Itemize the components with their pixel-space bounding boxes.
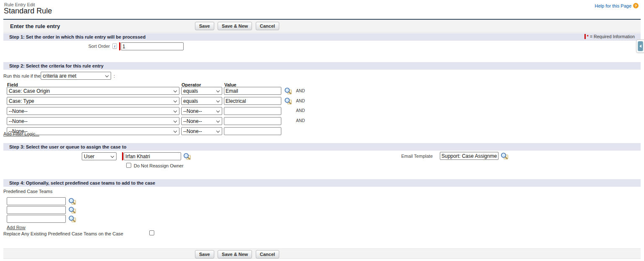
section-title: Enter the rule entry bbox=[10, 23, 60, 29]
criteria-field-value-3: --None-- bbox=[9, 108, 28, 114]
required-information-legend: * = Required Information bbox=[584, 34, 635, 39]
step1-title: Step 1: Set the order in which this rule… bbox=[9, 34, 145, 39]
chevron-down-icon bbox=[174, 129, 177, 133]
case-team-input-2[interactable] bbox=[7, 206, 66, 214]
lookup-icon[interactable] bbox=[68, 198, 76, 205]
criteria-field-value-2: Case: Type bbox=[9, 98, 34, 104]
criteria-operator-value-2: equals bbox=[183, 98, 198, 104]
chevron-down-icon bbox=[216, 119, 220, 123]
criteria-value-input-4[interactable] bbox=[224, 117, 281, 125]
step2-header: Step 2: Select the criteria for this rul… bbox=[3, 62, 641, 70]
criteria-value-input-5[interactable] bbox=[224, 127, 281, 135]
chevron-down-icon bbox=[174, 119, 177, 123]
criteria-operator-select-3[interactable]: --None-- bbox=[181, 107, 222, 115]
lookup-icon[interactable] bbox=[68, 206, 76, 214]
add-filter-logic-link[interactable]: Add Filter Logic... bbox=[3, 131, 39, 136]
run-rule-colon: : bbox=[114, 73, 115, 78]
required-bar-icon bbox=[584, 34, 586, 39]
and-label-3: AND bbox=[296, 108, 305, 113]
lookup-icon[interactable] bbox=[284, 97, 292, 104]
do-not-reassign-label: Do Not Reassign Owner bbox=[134, 163, 184, 168]
criteria-field-value-4: --None-- bbox=[9, 118, 28, 124]
email-template-label: Email Template bbox=[396, 154, 433, 159]
criteria-field-select-2[interactable]: Case: Type bbox=[7, 97, 179, 105]
lookup-icon[interactable] bbox=[183, 153, 191, 160]
chevron-left-icon bbox=[639, 44, 641, 48]
sidebar-collapse-tab bbox=[636, 39, 644, 53]
chevron-down-icon bbox=[216, 129, 220, 133]
step1-header: Step 1: Set the order in which this rule… bbox=[3, 33, 641, 41]
lookup-icon[interactable] bbox=[501, 152, 508, 159]
criteria-operator-value-3: --None-- bbox=[183, 108, 202, 114]
predefined-case-teams-label: Predefined Case Teams bbox=[3, 189, 52, 194]
sort-order-input[interactable] bbox=[121, 42, 184, 50]
help-for-this-page[interactable]: Help for this Page bbox=[595, 3, 639, 8]
cancel-button[interactable]: Cancel bbox=[256, 22, 279, 30]
criteria-value-input-2[interactable] bbox=[224, 97, 281, 105]
and-label-4: AND bbox=[296, 118, 305, 123]
lookup-icon[interactable] bbox=[284, 87, 292, 94]
bottom-button-group: Save Save & New Cancel bbox=[195, 250, 281, 258]
and-label-1: AND bbox=[296, 89, 305, 93]
step3-title: Step 3: Select the user or queue to assi… bbox=[9, 144, 126, 149]
criteria-operator-value-5: --None-- bbox=[183, 128, 202, 134]
step3-header: Step 3: Select the user or queue to assi… bbox=[3, 143, 641, 151]
replace-teams-label: Replace Any Existing Predefined Case Tea… bbox=[3, 231, 123, 236]
add-row-link[interactable]: Add Row bbox=[7, 225, 26, 230]
step2-title: Step 2: Select the criteria for this rul… bbox=[9, 63, 104, 68]
criteria-field-value-1: Case: Case Origin bbox=[9, 88, 50, 94]
assignee-type-select[interactable]: User bbox=[82, 152, 117, 160]
required-legend-text: = Required Information bbox=[590, 34, 635, 39]
page-title: Standard Rule bbox=[4, 7, 52, 16]
sort-order-label: Sort Order bbox=[50, 44, 110, 49]
save-button-bottom[interactable]: Save bbox=[195, 250, 214, 258]
chevron-down-icon bbox=[174, 89, 177, 92]
assignee-type-value: User bbox=[84, 154, 94, 159]
lookup-icon[interactable] bbox=[68, 215, 76, 222]
chevron-down-icon bbox=[174, 109, 177, 112]
replace-teams-checkbox[interactable] bbox=[149, 230, 154, 235]
sort-order-required-bar bbox=[119, 42, 120, 50]
case-team-input-3[interactable] bbox=[7, 215, 66, 223]
criteria-operator-value-4: --None-- bbox=[183, 118, 202, 124]
email-template-input[interactable] bbox=[440, 152, 499, 160]
chevron-down-icon bbox=[105, 74, 109, 77]
save-button[interactable]: Save bbox=[195, 22, 214, 30]
chevron-down-icon bbox=[216, 99, 220, 102]
step4-title: Step 4: Optionally, select predefined ca… bbox=[9, 180, 155, 185]
run-rule-select[interactable]: criteria are met bbox=[41, 72, 111, 80]
criteria-operator-select-2[interactable]: equals bbox=[181, 97, 222, 105]
info-icon[interactable] bbox=[112, 43, 117, 49]
case-team-input-1[interactable] bbox=[7, 197, 66, 205]
required-star: * bbox=[587, 34, 589, 39]
cancel-button-bottom[interactable]: Cancel bbox=[256, 250, 279, 258]
criteria-value-input-1[interactable] bbox=[224, 87, 281, 95]
save-and-new-button[interactable]: Save & New bbox=[218, 22, 252, 30]
collapse-arrow-button[interactable] bbox=[638, 41, 643, 51]
criteria-field-select-1[interactable]: Case: Case Origin bbox=[7, 87, 179, 95]
help-question-icon[interactable] bbox=[633, 3, 639, 8]
edit-section-header: Enter the rule entry Save Save & New Can… bbox=[3, 19, 641, 33]
criteria-value-input-3[interactable] bbox=[224, 107, 281, 115]
save-and-new-button-bottom[interactable]: Save & New bbox=[218, 250, 252, 258]
rule-entry-edit-page: Rule Entry Edit Standard Rule Help for t… bbox=[0, 0, 644, 261]
criteria-operator-value-1: equals bbox=[183, 88, 198, 94]
run-rule-selected-value: criteria are met bbox=[43, 73, 76, 79]
assignee-name-input[interactable] bbox=[124, 152, 181, 160]
criteria-field-select-3[interactable]: --None-- bbox=[7, 107, 179, 115]
bottom-button-bar: Save Save & New Cancel bbox=[3, 248, 641, 259]
chevron-down-icon bbox=[216, 89, 220, 92]
and-label-2: AND bbox=[296, 99, 305, 103]
help-link[interactable]: Help for this Page bbox=[595, 3, 631, 8]
criteria-operator-select-5[interactable]: --None-- bbox=[181, 127, 222, 135]
run-rule-prefix: Run this rule if the bbox=[3, 73, 41, 78]
criteria-operator-select-1[interactable]: equals bbox=[181, 87, 222, 95]
do-not-reassign-checkbox[interactable] bbox=[126, 163, 131, 168]
step4-header: Step 4: Optionally, select predefined ca… bbox=[3, 179, 641, 187]
chevron-down-icon bbox=[174, 99, 177, 102]
chevron-down-icon bbox=[111, 154, 114, 158]
assignee-required-bar bbox=[122, 152, 123, 160]
criteria-field-select-4[interactable]: --None-- bbox=[7, 117, 179, 125]
top-button-group: Save Save & New Cancel bbox=[195, 22, 281, 30]
criteria-operator-select-4[interactable]: --None-- bbox=[181, 117, 222, 125]
